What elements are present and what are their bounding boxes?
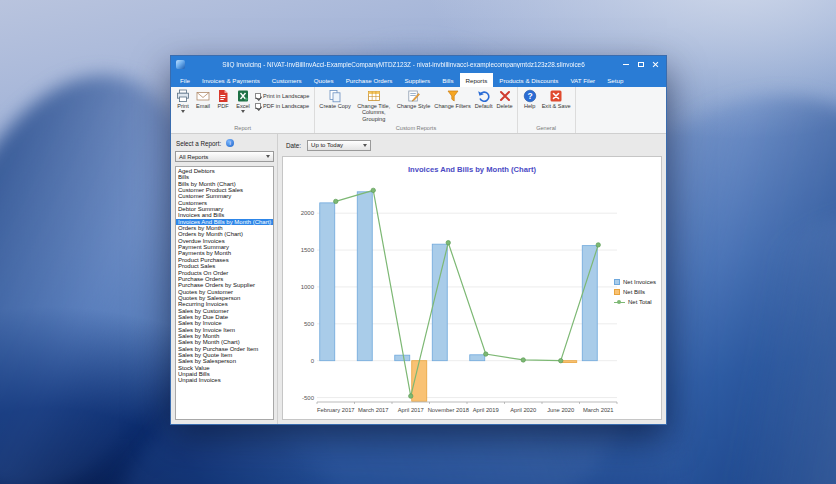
tab-suppliers[interactable]: Suppliers xyxy=(398,73,436,87)
x-tick-label: March 2021 xyxy=(583,407,614,413)
pdf-icon xyxy=(216,89,230,103)
date-range-dropdown[interactable]: Up to Today xyxy=(307,140,371,151)
svg-text:?: ? xyxy=(527,91,532,101)
create-copy-button[interactable]: Create Copy xyxy=(317,88,352,109)
net-total-point[interactable] xyxy=(559,358,563,362)
change-filters-button[interactable]: Change Filters xyxy=(432,88,472,109)
default-label: Default xyxy=(475,103,493,109)
tab-purchase-orders[interactable]: Purchase Orders xyxy=(340,73,399,87)
tab-vat-filer[interactable]: VAT Filer xyxy=(564,73,601,87)
legend-swatch-icon xyxy=(614,289,620,295)
y-tick-label: 500 xyxy=(304,321,315,327)
net-invoices-bar[interactable] xyxy=(582,246,597,361)
x-tick-label: June 2020 xyxy=(547,407,574,413)
net-invoices-bar[interactable] xyxy=(320,203,335,361)
tab-invoices-payments[interactable]: Invoices & Payments xyxy=(196,73,266,87)
printer-icon xyxy=(176,89,190,103)
dropdown-caret-icon xyxy=(241,110,245,113)
y-tick-label: 0 xyxy=(311,358,315,364)
funnel-icon xyxy=(446,89,460,103)
net-total-point[interactable] xyxy=(484,352,488,356)
minimize-icon xyxy=(623,64,629,65)
report-list: Aged DebtorsBillsBills by Month (Chart)C… xyxy=(175,166,274,420)
report-sidebar: Select a Report: i All Reports Aged Debt… xyxy=(171,134,278,424)
email-button[interactable]: Email xyxy=(193,88,213,109)
ribbon-group-label: Report xyxy=(173,124,312,133)
tab-quotes[interactable]: Quotes xyxy=(308,73,340,87)
maximize-icon xyxy=(638,62,644,67)
app-icon xyxy=(176,60,185,69)
net-total-point[interactable] xyxy=(371,188,375,192)
help-button[interactable]: ? Help xyxy=(520,88,540,109)
window-content: Select a Report: i All Reports Aged Debt… xyxy=(171,134,666,424)
tab-file[interactable]: File xyxy=(174,73,196,87)
maximize-button[interactable] xyxy=(633,58,648,71)
title-bar[interactable]: SliQ Invoicing - NIVAT-InvBillInvAccl-Ex… xyxy=(171,56,666,73)
print-landscape-checkbox[interactable]: Print in Landscape xyxy=(255,93,309,99)
checkbox-checked-icon xyxy=(255,93,261,99)
net-invoices-bar[interactable] xyxy=(432,244,447,361)
pdf-landscape-checkbox[interactable]: PDF in Landscape xyxy=(255,103,309,109)
app-window: SliQ Invoicing - NIVAT-InvBillInvAccl-Ex… xyxy=(170,55,667,425)
net-total-line xyxy=(336,190,599,396)
print-button[interactable]: Print xyxy=(173,88,193,113)
tab-bills[interactable]: Bills xyxy=(436,73,459,87)
sidebar-header: Select a Report: i xyxy=(176,139,274,147)
envelope-icon xyxy=(196,89,210,103)
window-controls xyxy=(618,58,663,71)
style-pencil-icon xyxy=(407,89,421,103)
tab-customers[interactable]: Customers xyxy=(266,73,308,87)
exit-save-button[interactable]: Exit & Save xyxy=(540,88,573,109)
date-range-value: Up to Today xyxy=(311,142,343,148)
ribbon-spacer xyxy=(576,87,666,133)
chevron-down-icon xyxy=(363,144,367,147)
net-total-point[interactable] xyxy=(334,199,338,203)
net-invoices-bar[interactable] xyxy=(395,355,410,361)
chart-title: Invoices And Bills by Month (Chart) xyxy=(283,165,661,174)
y-tick-label: 1500 xyxy=(301,247,315,253)
email-label: Email xyxy=(196,103,210,109)
landscape-options: Print in Landscape PDF in Landscape xyxy=(253,88,312,109)
net-total-point[interactable] xyxy=(409,394,413,398)
info-icon[interactable]: i xyxy=(226,139,234,147)
ribbon-group-custom-reports: Create Copy Change Title, Columns, Group… xyxy=(315,87,517,133)
net-invoices-bar[interactable] xyxy=(357,192,372,361)
minimize-button[interactable] xyxy=(618,58,633,71)
x-tick-label: November 2018 xyxy=(428,407,469,413)
ribbon-group-general: ? Help Exit & Save General xyxy=(518,87,576,133)
delete-button[interactable]: Delete xyxy=(494,88,514,109)
excel-button[interactable]: Excel xyxy=(233,88,253,113)
exit-save-label: Exit & Save xyxy=(542,103,571,109)
close-button[interactable] xyxy=(648,58,663,71)
tab-reports[interactable]: Reports xyxy=(460,73,494,87)
net-total-point[interactable] xyxy=(521,358,525,362)
report-main: Date: Up to Today Invoices And Bills by … xyxy=(278,134,666,424)
delete-x-icon xyxy=(498,89,512,103)
pdf-label: PDF xyxy=(217,103,228,109)
change-title-label: Change Title, Columns, Grouping xyxy=(355,103,393,122)
net-invoices-bar[interactable] xyxy=(470,355,485,361)
copy-icon xyxy=(328,89,342,103)
change-title-columns-grouping-button[interactable]: Change Title, Columns, Grouping xyxy=(353,88,395,122)
change-style-label: Change Style xyxy=(397,103,431,109)
ribbon: Print Email PDF Excel xyxy=(171,87,666,134)
default-button[interactable]: Default xyxy=(473,88,495,109)
net-total-point[interactable] xyxy=(596,243,600,247)
net-bills-bar[interactable] xyxy=(562,361,577,363)
x-tick-label: February 2017 xyxy=(317,407,355,413)
report-filter-dropdown[interactable]: All Reports xyxy=(175,151,274,162)
ribbon-group-label: General xyxy=(520,124,573,133)
ribbon-group-label: Custom Reports xyxy=(317,124,514,133)
select-report-label: Select a Report: xyxy=(176,140,221,147)
report-filter-value: All Reports xyxy=(179,154,208,160)
change-style-button[interactable]: Change Style xyxy=(395,88,433,109)
date-filter-bar: Date: Up to Today xyxy=(278,134,666,156)
tab-setup[interactable]: Setup xyxy=(601,73,629,87)
tab-products-discounts[interactable]: Products & Discounts xyxy=(493,73,564,87)
report-list-item[interactable]: Unpaid Invoices xyxy=(176,377,273,383)
excel-label: Excel xyxy=(236,103,250,109)
ribbon-group-report: Print Email PDF Excel xyxy=(171,87,315,133)
legend-label: Net Total xyxy=(628,299,652,305)
pdf-button[interactable]: PDF xyxy=(213,88,233,109)
net-total-point[interactable] xyxy=(446,240,450,244)
